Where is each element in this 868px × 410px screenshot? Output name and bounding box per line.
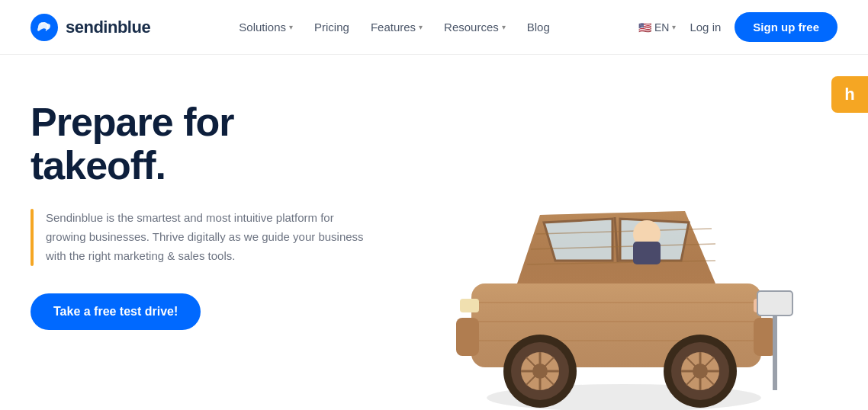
yellow-accent-bar [31,209,34,265]
svg-rect-33 [773,306,777,390]
hireable-widget[interactable]: h [831,76,868,113]
hero-right-illustration [366,93,837,410]
header-right: 🇺🇸 EN ▾ Log in Sign up free [638,12,837,42]
flag-icon: 🇺🇸 [638,21,651,34]
hireable-icon: h [844,85,854,104]
svg-rect-13 [460,299,479,312]
nav-resources[interactable]: Resources ▾ [444,21,506,34]
cta-button[interactable]: Take a free test drive! [31,293,201,330]
hero-title: Prepare for takeoff. [31,101,366,187]
logo[interactable]: sendinblue [31,14,150,41]
nav-features[interactable]: Features ▾ [371,21,423,34]
header: sendinblue Solutions ▾ Pricing Features … [0,0,868,55]
login-link[interactable]: Log in [690,21,721,34]
solutions-dropdown-arrow: ▾ [289,23,293,31]
nav-solutions[interactable]: Solutions ▾ [239,21,293,34]
sendinblue-logo-icon [31,14,58,41]
logo-text: sendinblue [66,18,150,37]
nav-blog[interactable]: Blog [527,21,550,34]
hero-description-block: Sendinblue is the smartest and most intu… [31,209,366,265]
hero-description: Sendinblue is the smartest and most intu… [46,209,366,265]
svg-rect-32 [633,242,661,264]
hero-section: Prepare for takeoff. Sendinblue is the s… [0,55,868,410]
svg-rect-34 [757,291,792,316]
signup-button[interactable]: Sign up free [735,12,837,42]
features-dropdown-arrow: ▾ [419,23,423,31]
lang-dropdown-arrow: ▾ [672,23,676,31]
resources-dropdown-arrow: ▾ [502,23,506,31]
hero-left-content: Prepare for takeoff. Sendinblue is the s… [31,93,366,330]
main-nav: Solutions ▾ Pricing Features ▾ Resources… [239,21,550,34]
nav-pricing[interactable]: Pricing [314,21,349,34]
language-selector[interactable]: 🇺🇸 EN ▾ [638,21,676,34]
svg-rect-11 [456,318,479,356]
car-illustration [426,93,822,410]
